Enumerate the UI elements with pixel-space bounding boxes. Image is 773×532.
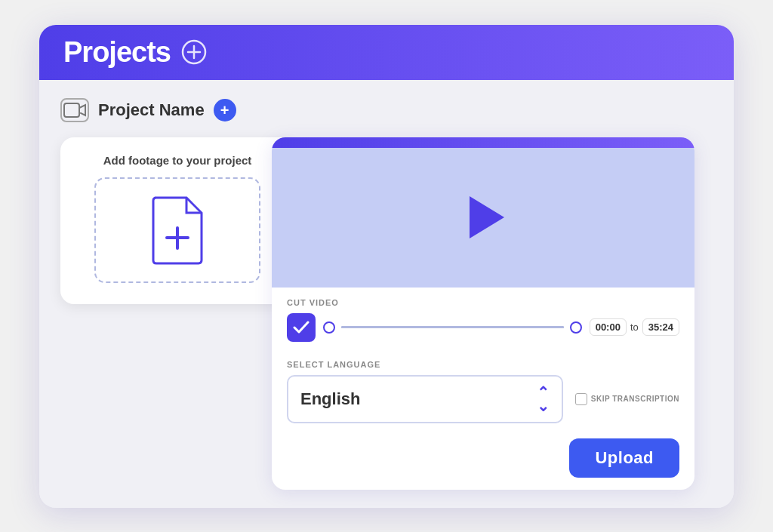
timeline-slider[interactable] xyxy=(323,321,582,334)
time-range: 00:00 to 35:24 xyxy=(590,318,679,336)
video-panel-top-bar xyxy=(272,137,694,148)
add-footage-label: Add footage to your project xyxy=(103,154,252,167)
slider-handle-left[interactable] xyxy=(323,321,335,334)
time-separator: to xyxy=(630,321,639,333)
time-end[interactable]: 35:24 xyxy=(642,318,679,336)
svg-marker-4 xyxy=(79,105,85,115)
page-title: Projects xyxy=(63,36,171,69)
cut-video-label: CUT VIDEO xyxy=(287,298,679,307)
panels-row: Add footage to your project xyxy=(60,137,713,490)
language-value: English xyxy=(300,389,360,409)
svg-rect-3 xyxy=(64,103,79,117)
language-dropdown[interactable]: English ⌃ ⌄ xyxy=(287,375,563,423)
add-project-icon[interactable] xyxy=(181,39,207,65)
slider-track xyxy=(341,326,564,328)
main-content: Project Name + Add footage to your proje… xyxy=(39,80,734,508)
skip-transcription-checkbox[interactable] xyxy=(575,393,587,405)
project-name-label: Project Name xyxy=(98,100,205,120)
play-icon xyxy=(470,196,504,238)
footage-drop-zone[interactable] xyxy=(94,177,260,283)
upload-row: Upload xyxy=(272,432,694,490)
project-video-icon xyxy=(60,98,89,122)
project-add-button[interactable]: + xyxy=(214,99,236,121)
skip-transcription-row: SKIP TRANSCRIPTION xyxy=(575,393,679,405)
slider-handle-right[interactable] xyxy=(570,321,582,334)
file-plus-icon xyxy=(147,194,208,266)
header-bar: Projects xyxy=(39,25,734,80)
video-preview[interactable] xyxy=(272,148,694,288)
skip-transcription-label: SKIP TRANSCRIPTION xyxy=(591,395,679,403)
video-controls: CUT VIDEO xyxy=(272,288,694,360)
upload-button[interactable]: Upload xyxy=(569,438,679,478)
chevron-updown-icon: ⌃ ⌄ xyxy=(537,386,550,413)
video-panel: CUT VIDEO xyxy=(272,137,694,490)
app-card: Projects Project Name + xyxy=(39,25,734,508)
cut-video-checkbox[interactable] xyxy=(287,313,316,342)
add-footage-panel: Add footage to your project xyxy=(60,137,294,304)
time-start[interactable]: 00:00 xyxy=(590,318,627,336)
select-language-section: SELECT LANGUAGE English ⌃ ⌄ SKIP TRANSCR… xyxy=(272,360,694,432)
project-row: Project Name + xyxy=(60,98,713,122)
cut-video-row: 00:00 to 35:24 xyxy=(287,313,679,342)
lang-row: English ⌃ ⌄ SKIP TRANSCRIPTION xyxy=(287,375,679,423)
select-language-label: SELECT LANGUAGE xyxy=(287,360,679,369)
